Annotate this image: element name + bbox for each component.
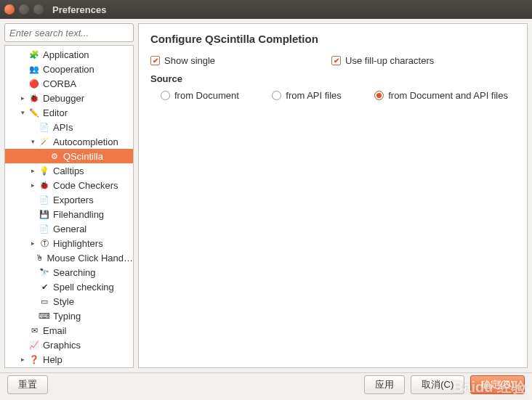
- page-title: Configure QScintilla Completion: [150, 33, 515, 45]
- tree-item-label: Style: [53, 296, 74, 307]
- main-panel: Configure QScintilla Completion ✔ Show s…: [138, 23, 528, 368]
- tree-icon: 👥: [28, 63, 40, 75]
- source-both-radio[interactable]: from Document and API files: [374, 90, 508, 101]
- tree-item-mouse-click-hand-[interactable]: 🖱Mouse Click Hand…: [5, 250, 133, 265]
- tree-icon: 💾: [39, 208, 50, 220]
- close-icon[interactable]: [4, 4, 15, 15]
- radio-icon: [374, 91, 384, 100]
- window-title: Preferences: [52, 4, 106, 15]
- apply-button[interactable]: 应用: [364, 375, 405, 394]
- tree-item-label: Email: [43, 325, 67, 336]
- tree-item-application[interactable]: 🧩Application: [5, 47, 133, 62]
- tree-icon: 📄: [39, 194, 50, 205]
- show-single-checkbox[interactable]: ✔ Show single: [150, 55, 215, 66]
- tree-icon: 🐞: [39, 179, 50, 191]
- fillup-checkbox[interactable]: ✔ Use fill-up characters: [331, 55, 434, 66]
- tree-icon: 🔭: [39, 266, 50, 278]
- tree-icon: 🐞: [28, 92, 40, 104]
- expander-icon[interactable]: ▸: [28, 167, 37, 174]
- radio-icon: [272, 91, 281, 100]
- tree-item-calltips[interactable]: ▸💡Calltips: [5, 163, 133, 178]
- tree-item-code-checkers[interactable]: ▸🐞Code Checkers: [5, 178, 133, 192]
- titlebar: Preferences: [0, 0, 532, 19]
- tree-item-editor[interactable]: ▾✏️Editor: [5, 105, 133, 120]
- source-document-radio[interactable]: from Document: [161, 90, 239, 101]
- tree-icon: 🪄: [39, 136, 50, 147]
- tree-item-label: Autocompletion: [53, 136, 118, 147]
- tree-icon: ⌨: [39, 310, 50, 322]
- tree-icon: 📈: [28, 339, 40, 351]
- tree-item-style[interactable]: ▭Style: [5, 294, 133, 309]
- expander-icon[interactable]: ▸: [18, 356, 27, 363]
- tree-item-label: QScintilla: [63, 151, 103, 162]
- checkbox-icon: ✔: [150, 56, 160, 65]
- tree-item-typing[interactable]: ⌨Typing: [5, 309, 133, 323]
- tree-item-exporters[interactable]: 📄Exporters: [5, 192, 133, 207]
- tree-item-label: Typing: [53, 311, 81, 322]
- tree-item-label: Cooperation: [43, 64, 94, 75]
- minimize-icon[interactable]: [19, 4, 29, 15]
- tree-icon: ⚙: [49, 150, 60, 162]
- tree-item-highlighters[interactable]: ▸ⓉHighlighters: [5, 236, 133, 250]
- tree-icon: ❓: [28, 354, 40, 365]
- tree-icon: 💡: [39, 165, 50, 176]
- tree-item-help[interactable]: ▸❓Help: [5, 352, 133, 367]
- tree-item-icons[interactable]: 🎨Icons: [5, 367, 133, 368]
- reset-button[interactable]: 重置: [7, 375, 48, 394]
- expander-icon[interactable]: ▾: [18, 109, 27, 116]
- tree-icon: ✔: [39, 281, 50, 293]
- expander-icon[interactable]: ▸: [28, 181, 37, 189]
- tree-item-autocompletion[interactable]: ▾🪄Autocompletion: [5, 134, 133, 149]
- tree-item-label: Exporters: [53, 195, 94, 205]
- source-document-label: from Document: [174, 90, 239, 101]
- tree-item-label: Highlighters: [53, 238, 103, 249]
- footer: 重置 应用 取消(C) 确定(O): [0, 372, 532, 396]
- tree-icon: ▭: [39, 295, 50, 307]
- tree-item-label: Code Checkers: [53, 180, 118, 191]
- tree-icon: 🖱: [36, 252, 44, 264]
- show-single-label: Show single: [164, 55, 215, 66]
- tree-item-general[interactable]: 📄General: [5, 221, 133, 236]
- search-input[interactable]: [4, 23, 134, 42]
- expander-icon[interactable]: ▾: [28, 138, 37, 145]
- tree-item-label: Graphics: [43, 340, 81, 351]
- tree-icon: ✉: [28, 325, 40, 336]
- tree-icon: Ⓣ: [39, 237, 50, 249]
- tree-item-label: General: [53, 224, 86, 234]
- maximize-icon[interactable]: [33, 4, 44, 15]
- source-both-label: from Document and API files: [388, 90, 508, 101]
- tree-item-qscintilla[interactable]: ⚙QScintilla: [5, 149, 133, 163]
- tree-item-searching[interactable]: 🔭Searching: [5, 265, 133, 279]
- tree-item-corba[interactable]: 🔴CORBA: [5, 76, 133, 91]
- source-api-radio[interactable]: from API files: [272, 90, 342, 101]
- tree-item-email[interactable]: ✉Email: [5, 323, 133, 338]
- tree-item-filehandling[interactable]: 💾Filehandling: [5, 207, 133, 221]
- radio-icon: [161, 91, 170, 100]
- tree-item-label: Filehandling: [53, 209, 104, 220]
- source-api-label: from API files: [286, 90, 342, 101]
- preferences-tree[interactable]: 🧩Application👥Cooperation🔴CORBA▸🐞Debugger…: [4, 45, 134, 368]
- tree-item-label: Calltips: [53, 166, 84, 176]
- tree-item-label: Application: [43, 49, 89, 60]
- tree-item-graphics[interactable]: 📈Graphics: [5, 338, 133, 352]
- fillup-label: Use fill-up characters: [345, 55, 434, 66]
- tree-item-apis[interactable]: 📄APIs: [5, 120, 133, 134]
- cancel-button[interactable]: 取消(C): [411, 375, 464, 394]
- tree-icon: ✏️: [28, 107, 40, 118]
- tree-icon: 🔴: [28, 78, 40, 89]
- tree-icon: 🧩: [28, 49, 40, 60]
- tree-item-label: Searching: [53, 267, 96, 278]
- expander-icon[interactable]: ▸: [18, 94, 27, 102]
- sidebar: 🧩Application👥Cooperation🔴CORBA▸🐞Debugger…: [4, 23, 134, 368]
- tree-item-spell-checking[interactable]: ✔Spell checking: [5, 279, 133, 294]
- tree-item-label: Editor: [43, 107, 68, 118]
- tree-item-debugger[interactable]: ▸🐞Debugger: [5, 91, 133, 105]
- tree-item-label: Debugger: [43, 93, 84, 104]
- tree-item-label: Mouse Click Hand…: [47, 253, 134, 264]
- tree-item-label: APIs: [53, 122, 73, 133]
- tree-item-cooperation[interactable]: 👥Cooperation: [5, 62, 133, 76]
- ok-button[interactable]: 确定(O): [470, 375, 525, 394]
- tree-item-label: Help: [43, 354, 63, 365]
- checkbox-icon: ✔: [331, 56, 341, 65]
- expander-icon[interactable]: ▸: [28, 240, 37, 247]
